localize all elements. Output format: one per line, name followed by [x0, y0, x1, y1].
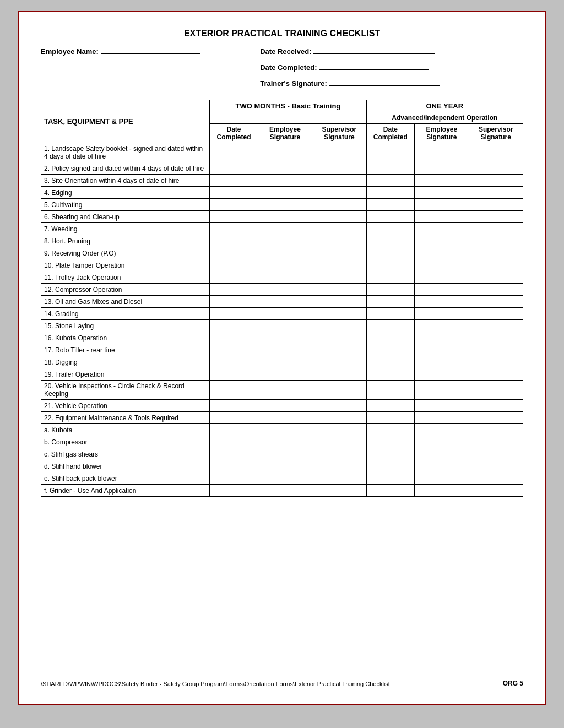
sig-cell: [210, 368, 258, 381]
sig-cell: [469, 448, 523, 460]
sig-cell: [258, 296, 312, 308]
sig-cell: [469, 381, 523, 400]
task-cell: 13. Oil and Gas Mixes and Diesel: [41, 296, 210, 308]
task-col-header: TASK, EQUIPMENT & PPE: [41, 100, 210, 143]
task-cell: 8. Hort. Pruning: [41, 235, 210, 247]
sig-cell: [210, 472, 258, 485]
table-row: c. Stihl gas shears: [41, 448, 523, 460]
sig-cell: [312, 211, 366, 223]
sig-cell: [210, 175, 258, 187]
sig-cell: [258, 187, 312, 199]
sig-cell: [469, 368, 523, 381]
sig-cell: [312, 356, 366, 368]
sig-cell: [258, 223, 312, 235]
task-cell: 1. Landscape Safety booklet - signed and…: [41, 143, 210, 162]
sig-cell: [366, 436, 415, 448]
sig-cell: [366, 308, 415, 320]
sig-cell: [312, 187, 366, 199]
sig-cell: [469, 296, 523, 308]
header-row-section: TASK, EQUIPMENT & PPE TWO MONTHS - Basic…: [41, 100, 523, 112]
task-cell: 3. Site Orientation within 4 days of dat…: [41, 175, 210, 187]
sig-cell: [210, 199, 258, 211]
sig-cell: [469, 284, 523, 296]
table-row: 4. Edging: [41, 187, 523, 199]
one-year-header: ONE YEAR: [366, 100, 523, 112]
task-cell: c. Stihl gas shears: [41, 448, 210, 460]
task-cell: 15. Stone Laying: [41, 320, 210, 332]
sig-cell: [258, 211, 312, 223]
footer: \SHARED\WPWIN\WPDOCS\Safety Binder - Saf…: [41, 678, 523, 687]
sig-cell: [469, 460, 523, 472]
task-cell: 7. Weeding: [41, 223, 210, 235]
table-row: 19. Trailer Operation: [41, 368, 523, 381]
sig-cell: [366, 368, 415, 381]
sig-cell: [258, 356, 312, 368]
sig-cell: [366, 235, 415, 247]
page-title: EXTERIOR PRACTICAL TRAINING CHECKLIST: [41, 29, 523, 39]
task-cell: 21. Vehicle Operation: [41, 400, 210, 412]
sig-cell: [312, 400, 366, 412]
sig-cell: [210, 143, 258, 162]
sig-cell: [469, 485, 523, 497]
sig-cell: [469, 320, 523, 332]
task-cell: 11. Trolley Jack Operation: [41, 271, 210, 284]
table-row: 9. Receiving Order (P.O): [41, 247, 523, 259]
sig-cell: [415, 247, 469, 259]
sig-cell: [366, 472, 415, 485]
sig-cell: [366, 143, 415, 162]
main-table: TASK, EQUIPMENT & PPE TWO MONTHS - Basic…: [41, 100, 523, 497]
sig-cell: [415, 296, 469, 308]
sig-cell: [415, 436, 469, 448]
sig-cell: [469, 472, 523, 485]
sig-cell: [210, 308, 258, 320]
sig-cell: [312, 368, 366, 381]
sig-cell: [469, 175, 523, 187]
sig-cell: [210, 284, 258, 296]
sig-cell: [415, 284, 469, 296]
sig-cell: [312, 436, 366, 448]
col-date-2: DateCompleted: [366, 124, 415, 143]
sig-cell: [415, 332, 469, 344]
sig-cell: [469, 162, 523, 175]
sig-cell: [210, 460, 258, 472]
table-row: e. Stihl back pack blower: [41, 472, 523, 485]
sig-cell: [415, 223, 469, 235]
sig-cell: [312, 175, 366, 187]
sig-cell: [415, 368, 469, 381]
table-row: 5. Cultivating: [41, 199, 523, 211]
sig-cell: [258, 199, 312, 211]
sig-cell: [469, 344, 523, 356]
sig-cell: [312, 259, 366, 271]
table-row: d. Stihl hand blower: [41, 460, 523, 472]
sig-cell: [258, 284, 312, 296]
col-date-1: DateCompleted: [210, 124, 258, 143]
table-row: f. Grinder - Use And Application: [41, 485, 523, 497]
task-cell: 10. Plate Tamper Operation: [41, 259, 210, 271]
sig-cell: [415, 162, 469, 175]
sig-cell: [415, 412, 469, 424]
task-cell: 16. Kubota Operation: [41, 332, 210, 344]
sig-cell: [415, 460, 469, 472]
sig-cell: [258, 424, 312, 436]
task-cell: 5. Cultivating: [41, 199, 210, 211]
sig-cell: [258, 320, 312, 332]
task-cell: 18. Digging: [41, 356, 210, 368]
sig-cell: [415, 259, 469, 271]
sig-cell: [210, 344, 258, 356]
sig-cell: [469, 271, 523, 284]
sig-cell: [258, 412, 312, 424]
sig-cell: [469, 424, 523, 436]
task-cell: a. Kubota: [41, 424, 210, 436]
employee-name-underline: [101, 46, 200, 54]
sig-cell: [415, 199, 469, 211]
footer-org: ORG 5: [503, 680, 523, 687]
header-fields: Employee Name: Date Received: Date Compl…: [41, 46, 523, 91]
sig-cell: [415, 381, 469, 400]
task-cell: e. Stihl back pack blower: [41, 472, 210, 485]
employee-name-field: Employee Name:: [41, 46, 260, 56]
sig-cell: [312, 199, 366, 211]
sig-cell: [258, 485, 312, 497]
sig-cell: [415, 175, 469, 187]
table-body: 1. Landscape Safety booklet - signed and…: [41, 143, 523, 497]
table-row: a. Kubota: [41, 424, 523, 436]
